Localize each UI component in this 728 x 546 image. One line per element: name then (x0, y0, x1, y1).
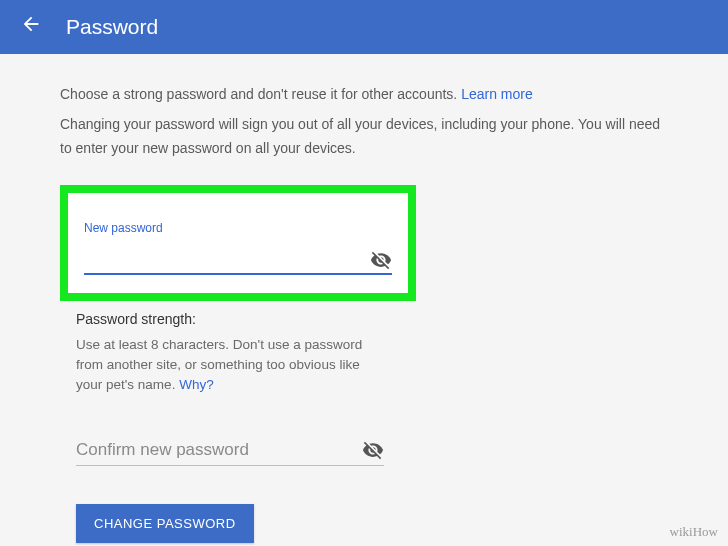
confirm-password-input[interactable] (76, 440, 362, 460)
password-strength-section: Password strength: Use at least 8 charac… (60, 311, 400, 396)
intro-main: Choose a strong password and don't reuse… (60, 86, 461, 102)
strength-desc-text: Use at least 8 characters. Don't use a p… (76, 337, 362, 393)
confirm-input-row (76, 439, 384, 466)
page-title: Password (66, 15, 158, 39)
strength-description: Use at least 8 characters. Don't use a p… (76, 335, 384, 396)
signout-warning: Changing your password will sign you out… (60, 113, 668, 161)
intro-text: Choose a strong password and don't reuse… (60, 84, 668, 105)
learn-more-link[interactable]: Learn more (461, 86, 533, 102)
header-bar: Password (0, 0, 728, 54)
visibility-off-icon[interactable] (362, 439, 384, 461)
strength-title: Password strength: (76, 311, 384, 327)
change-password-button[interactable]: CHANGE PASSWORD (76, 504, 254, 543)
why-link[interactable]: Why? (179, 377, 214, 392)
new-password-input-row (84, 239, 392, 275)
highlight-box: New password (60, 185, 416, 301)
new-password-field: New password (68, 193, 408, 293)
confirm-password-section (60, 439, 400, 466)
back-arrow-icon[interactable] (20, 13, 42, 41)
new-password-input[interactable] (84, 251, 370, 268)
visibility-off-icon[interactable] (370, 249, 392, 271)
new-password-label: New password (84, 221, 392, 235)
content-area: Choose a strong password and don't reuse… (0, 54, 728, 546)
watermark: wikiHow (670, 524, 718, 540)
